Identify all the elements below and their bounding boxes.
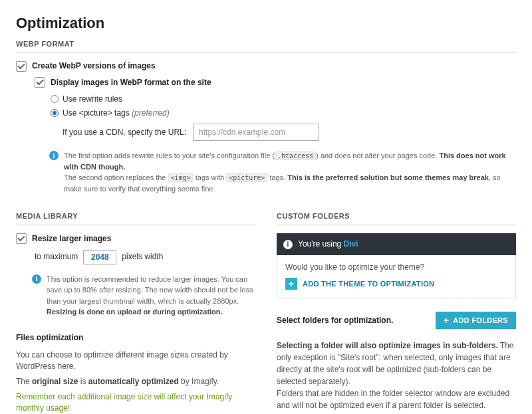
optimize-theme-question: Would you like to optimize your theme? — [285, 262, 507, 273]
info-line2a: The second option replaces the — [64, 173, 168, 181]
theme-bar: i You're using Divi — [277, 233, 516, 255]
plus-icon: + — [285, 278, 297, 290]
label-radio-picture-preferred: (preferred) — [132, 108, 170, 118]
label-resize: Resize larger images — [32, 233, 111, 245]
label-cdn-url: If you use a CDN, specify the URL: — [63, 127, 186, 138]
files-help-1: You can choose to optimize different ima… — [16, 350, 255, 372]
label-radio-picture-suffix: tags — [112, 108, 132, 118]
files-help2c: is — [78, 377, 88, 386]
label-radio-rewrite: Use rewrite rules — [63, 94, 122, 105]
info-icon: i — [32, 274, 41, 284]
info-line2c: tags. — [267, 173, 287, 181]
input-max-width[interactable] — [83, 250, 116, 264]
page-title: Optimization — [16, 13, 516, 34]
add-theme-label: ADD THE THEME TO OPTIMIZATION — [303, 279, 434, 289]
info-line1b: ) and does not alter your pages code. — [316, 152, 439, 159]
files-help-3: Remember each additional image size will… — [16, 391, 255, 414]
label-create-webp: Create WebP versions of images — [32, 60, 156, 72]
files-help2b: original size — [32, 377, 78, 386]
info-line2-strong: This is the preferred solution but some … — [287, 173, 489, 181]
info-icon: i — [283, 240, 293, 249]
theme-name: Divi — [344, 239, 358, 249]
files-help2a: The — [16, 377, 32, 386]
info-resize-body: This option is recommended to reduce lar… — [47, 275, 253, 305]
radio-picture-tags[interactable] — [51, 109, 59, 117]
code-htaccess: .htaccess — [275, 152, 316, 160]
folder-help1-strong: Selecting a folder will also optimize im… — [277, 341, 498, 350]
info-resize-strong: Resizing is done on upload or during opt… — [47, 308, 223, 316]
checkbox-resize[interactable] — [16, 233, 27, 244]
input-cdn-url[interactable] — [193, 124, 319, 141]
info-text-webp: The first option adds rewrite rules to y… — [64, 150, 516, 194]
files-optimization-title: Files optimization — [16, 332, 255, 344]
add-folders-button[interactable]: + ADD FOLDERS — [436, 312, 516, 329]
add-theme-button[interactable]: + ADD THE THEME TO OPTIMIZATION — [285, 278, 507, 290]
checkbox-create-webp[interactable] — [16, 61, 27, 72]
section-header-custom: CUSTOM FOLDERS — [277, 211, 516, 225]
label-radio-picture-prefix: Use — [63, 108, 79, 118]
files-help2e: by Imagify. — [179, 377, 219, 386]
youre-using-text: You're using — [298, 239, 344, 249]
code-img: <img> — [168, 173, 194, 182]
info-icon: i — [49, 151, 59, 160]
select-folders-label: Select folders for optimization. — [277, 315, 393, 326]
label-to-max: to maximum — [35, 251, 78, 262]
radio-rewrite-rules[interactable] — [51, 95, 59, 103]
label-display-webp: Display images in WebP format on the sit… — [51, 77, 211, 88]
info-text-resize: This option is recommended to reduce lar… — [47, 274, 255, 318]
label-radio-picture: Use <picture> tags (preferred) — [63, 108, 170, 119]
label-px-width: pixels width — [122, 251, 163, 262]
files-help2d: automatically optimized — [88, 377, 179, 386]
folder-help-text: Selecting a folder will also optimize im… — [277, 340, 516, 411]
theme-bar-text: You're using Divi — [298, 239, 358, 250]
checkbox-display-webp[interactable] — [35, 77, 45, 88]
files-help-2: The original size is automatically optim… — [16, 376, 255, 387]
theme-panel: Would you like to optimize your theme? +… — [277, 255, 516, 299]
section-header-webp: WEBP FORMAT — [16, 39, 516, 52]
info-line2b: tags with — [194, 173, 227, 181]
section-header-media: MEDIA LIBRARY — [16, 211, 255, 225]
label-radio-picture-code: <picture> — [79, 108, 112, 118]
info-line1a: The first option adds rewrite rules to y… — [64, 152, 275, 159]
code-picture: <picture> — [226, 173, 267, 182]
folder-help2: Folders that are hidden in the folder se… — [277, 389, 509, 410]
add-folders-label: ADD FOLDERS — [453, 316, 508, 324]
